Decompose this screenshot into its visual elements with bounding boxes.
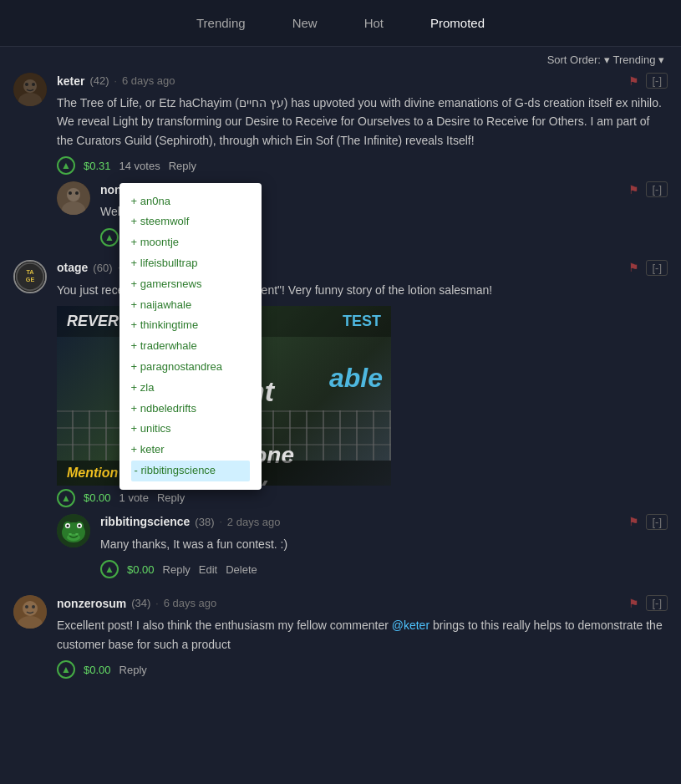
vote-item: + steemwolf <box>131 211 250 232</box>
svg-point-4 <box>32 83 35 86</box>
svg-point-8 <box>69 191 72 195</box>
post-keter-header: keter (42) · 6 days ago ⚑ [-] <box>57 73 668 89</box>
post-keter-content: keter (42) · 6 days ago ⚑ [-] The Tree o… <box>57 73 668 175</box>
post-ribbiting-amount[interactable]: $0.00 <box>127 563 155 576</box>
post-keter: keter (42) · 6 days ago ⚑ [-] The Tree o… <box>13 73 668 175</box>
post-ribbiting-time: 2 days ago <box>227 516 281 528</box>
upvote-otage-button[interactable]: ▲ <box>57 489 75 507</box>
votes-keter-button[interactable]: 14 votes <box>119 160 160 172</box>
reply-keter-button[interactable]: Reply <box>169 160 196 172</box>
reply-nonzerosum-button[interactable]: Reply <box>119 664 147 676</box>
post-nonzerosum-content: nonzerosum (34) · 6 days ago ⚑ [-] Excel… <box>57 595 668 679</box>
comment-ribbiting: ribbitingscience (38) · 2 days ago ⚑ [-]… <box>57 514 668 578</box>
post-ribbiting-body: Many thanks, It was a fun contest. :) <box>100 535 668 553</box>
vote-item: + an0na <box>131 191 250 212</box>
post-nonzerosum-header: nonzerosum (34) · 6 days ago ⚑ [-] <box>57 595 668 611</box>
svg-text:GE: GE <box>26 276 35 283</box>
flag-otage-button[interactable]: ⚑ <box>628 261 639 274</box>
post-keter-footer: ▲ $0.31 14 votes + an0na + steemwolf + m… <box>57 156 668 175</box>
svg-point-22 <box>79 524 81 527</box>
flag-keter-button[interactable]: ⚑ <box>628 74 639 88</box>
reply-otage-button[interactable]: Reply <box>157 491 185 504</box>
svg-point-29 <box>25 605 28 608</box>
post-keter-amount[interactable]: $0.31 <box>84 160 111 172</box>
svg-text:TA: TA <box>26 268 33 276</box>
avatar-nonzerosum <box>13 595 47 629</box>
avatar-ribbiting <box>57 514 90 547</box>
flag-ribbiting-button[interactable]: ⚑ <box>628 515 639 528</box>
post-nonzerosum-reputation: (34) <box>131 597 150 609</box>
vote-item: + thinkingtime <box>131 315 250 336</box>
svg-point-25 <box>75 533 79 535</box>
top-nav: Trending New Hot Promoted <box>0 0 681 47</box>
post-otage-footer: ▲ $0.00 1 vote Reply <box>57 489 668 507</box>
post-ribbiting-header: ribbitingscience (38) · 2 days ago ⚑ [-] <box>100 514 668 530</box>
svg-point-21 <box>67 524 69 527</box>
votes-keter-dropdown: + an0na + steemwolf + moontje + lifeisbu… <box>119 183 262 490</box>
sort-value[interactable]: Trending <box>613 53 664 66</box>
vote-item: + gamersnews <box>131 274 250 295</box>
votes-otage-button[interactable]: 1 vote <box>119 491 149 504</box>
post-nonzerosum-amount[interactable]: $0.00 <box>84 664 111 676</box>
avatar-keter <box>13 73 47 106</box>
svg-point-6 <box>67 188 80 201</box>
collapse-otage-button[interactable]: [-] <box>646 260 668 276</box>
sort-bar: Sort Order: Trending <box>0 47 681 73</box>
post-nonzerosum: nonzerosum (34) · 6 days ago ⚑ [-] Excel… <box>13 595 668 679</box>
post-otage: TA GE otage (60) · 6 days ago ⚑ [-] You … <box>13 260 668 507</box>
post-ribbiting-reputation: (38) <box>195 516 214 528</box>
upvote-nonz-top-button[interactable]: ▲ <box>100 228 119 247</box>
svg-point-3 <box>25 83 28 86</box>
vote-item-highlighted: - ribbitingscience <box>131 461 250 481</box>
post-otage-amount[interactable]: $0.00 <box>84 491 111 504</box>
post-nonzerosum-author[interactable]: nonzerosum <box>57 597 126 610</box>
post-nonzerosum-footer: ▲ $0.00 Reply <box>57 660 668 679</box>
reply-ribbiting-button[interactable]: Reply <box>163 563 191 576</box>
post-nonzerosum-time: 6 days ago <box>164 597 217 609</box>
vote-item: + keter <box>131 440 250 461</box>
post-keter-author[interactable]: keter <box>57 74 84 88</box>
upvote-ribbiting-button[interactable]: ▲ <box>100 560 119 578</box>
mention-keter[interactable]: @keter <box>392 619 429 632</box>
post-ribbiting-author[interactable]: ribbitingscience <box>100 515 190 528</box>
sort-label: Sort Order: <box>547 53 610 66</box>
collapse-nonzerosum-button[interactable]: [-] <box>646 595 668 611</box>
collapse-keter-button[interactable]: [-] <box>646 73 668 89</box>
avatar-otage: TA GE <box>13 260 47 293</box>
edit-ribbiting-button[interactable]: Edit <box>199 563 217 576</box>
collapse-nonz-top-button[interactable]: [-] <box>646 181 668 197</box>
nav-promoted[interactable]: Promoted <box>427 9 488 37</box>
vote-item: + paragnostandrea <box>131 357 250 378</box>
collapse-ribbiting-button[interactable]: [-] <box>646 514 668 530</box>
post-ribbiting-content: ribbitingscience (38) · 2 days ago ⚑ [-]… <box>100 514 668 578</box>
vote-item: + unitics <box>131 419 250 440</box>
post-otage-reputation: (60) <box>93 262 112 274</box>
nav-hot[interactable]: Hot <box>361 9 387 37</box>
vote-item: + zla <box>131 378 250 399</box>
post-keter-body: The Tree of Life, or Etz haChayim (עץ הח… <box>57 94 668 150</box>
post-ribbiting: ribbitingscience (38) · 2 days ago ⚑ [-]… <box>57 514 668 578</box>
avatar-nonz-top <box>57 181 90 215</box>
vote-item: + lifeisbulltrap <box>131 253 250 274</box>
post-keter-actions-top: ⚑ [-] <box>628 73 668 89</box>
post-ribbiting-footer: ▲ $0.00 Reply Edit Delete <box>100 560 668 578</box>
vote-item: + moontje <box>131 232 250 253</box>
svg-point-30 <box>32 605 35 608</box>
post-keter-time: 6 days ago <box>122 74 175 87</box>
post-otage-author[interactable]: otage <box>57 261 88 274</box>
post-keter-reputation: (42) <box>89 74 109 87</box>
posts-container: keter (42) · 6 days ago ⚑ [-] The Tree o… <box>0 73 681 702</box>
flag-nonzerosum-button[interactable]: ⚑ <box>628 597 639 610</box>
votes-keter-wrapper: 14 votes + an0na + steemwolf + moontje +… <box>119 160 160 172</box>
upvote-nonzerosum-button[interactable]: ▲ <box>57 660 75 679</box>
flag-nonz-top-button[interactable]: ⚑ <box>628 183 639 196</box>
vote-item: + traderwhale <box>131 336 250 357</box>
svg-point-9 <box>75 191 79 195</box>
nav-trending[interactable]: Trending <box>193 9 249 37</box>
vote-item: + naijawhale <box>131 295 250 316</box>
delete-ribbiting-button[interactable]: Delete <box>226 563 257 576</box>
vote-item: + ndbeledrifts <box>131 399 250 420</box>
nav-new[interactable]: New <box>289 9 321 37</box>
svg-point-27 <box>23 601 38 616</box>
upvote-keter-button[interactable]: ▲ <box>57 156 75 175</box>
